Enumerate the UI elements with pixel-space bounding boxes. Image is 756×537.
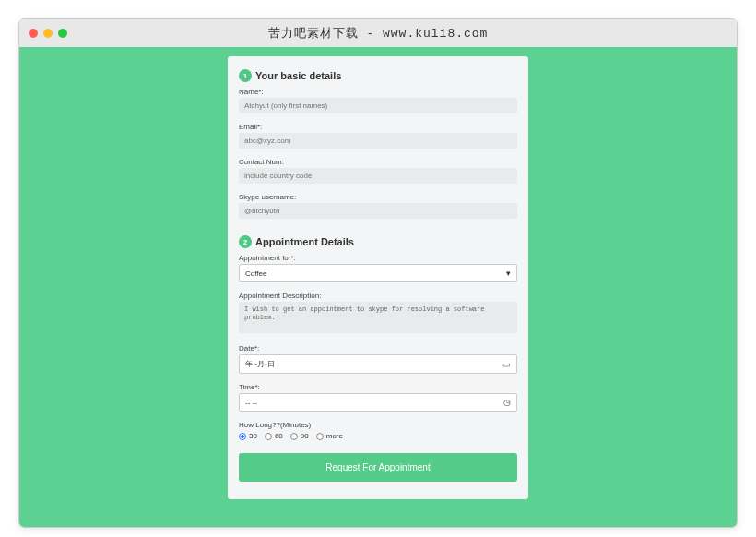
step-1-badge: 1	[239, 69, 252, 82]
radio-60-label: 60	[275, 432, 283, 440]
page-title: 苦力吧素材下载 - www.kuli8.com	[268, 25, 489, 42]
maximize-icon[interactable]	[58, 29, 67, 38]
contact-field: Contact Num:	[239, 158, 517, 184]
skype-field: Skype username:	[239, 193, 517, 219]
skype-input[interactable]	[239, 203, 517, 219]
calendar-icon: ▭	[502, 360, 511, 369]
appointment-form: 1 Your basic details Name*: Email*: Cont…	[228, 56, 528, 499]
section-appointment-details-header: 2 Appointment Details	[239, 235, 517, 248]
date-field: Date*: 年 -月-日 ▭	[239, 344, 517, 374]
date-value: 年 -月-日	[245, 359, 275, 369]
radio-30[interactable]: 30	[239, 432, 257, 440]
time-label: Time*:	[239, 383, 517, 391]
appointment-for-label: Appointment for*:	[239, 254, 517, 262]
time-field: Time*: -- -- ◷	[239, 383, 517, 412]
appointment-for-field: Appointment for*: Coffee ▾	[239, 254, 517, 282]
contact-label: Contact Num:	[239, 158, 517, 166]
name-field: Name*:	[239, 88, 517, 113]
radio-more[interactable]: more	[316, 432, 343, 440]
duration-label: How Long??(Minutes)	[239, 421, 517, 429]
contact-input[interactable]	[239, 168, 517, 184]
time-input[interactable]: -- -- ◷	[239, 393, 517, 412]
description-field: Appointment Description:	[239, 292, 517, 335]
radio-icon	[265, 433, 272, 440]
chevron-down-icon: ▾	[506, 268, 511, 278]
submit-button[interactable]: Request For Appointment	[239, 453, 517, 482]
viewport: 1 Your basic details Name*: Email*: Cont…	[19, 47, 737, 527]
radio-icon	[239, 433, 246, 440]
description-label: Appointment Description:	[239, 292, 517, 300]
date-input[interactable]: 年 -月-日 ▭	[239, 354, 517, 374]
section-1-title: Your basic details	[255, 70, 341, 81]
duration-options: 30 60 90 more	[239, 432, 517, 440]
radio-90[interactable]: 90	[290, 432, 309, 440]
radio-30-label: 30	[249, 432, 257, 440]
radio-more-label: more	[326, 432, 343, 440]
duration-field: How Long??(Minutes) 30 60 90	[239, 421, 517, 440]
name-label: Name*:	[239, 88, 517, 96]
email-input[interactable]	[239, 133, 517, 149]
radio-60[interactable]: 60	[265, 432, 283, 440]
minimize-icon[interactable]	[43, 29, 53, 38]
appointment-for-value: Coffee	[245, 269, 266, 278]
email-field: Email*:	[239, 123, 517, 149]
close-icon[interactable]	[29, 29, 38, 38]
appointment-for-select[interactable]: Coffee ▾	[239, 264, 517, 282]
date-label: Date*:	[239, 344, 517, 352]
time-value: -- --	[245, 399, 257, 407]
section-basic-details-header: 1 Your basic details	[239, 69, 517, 82]
section-2-title: Appointment Details	[255, 236, 354, 247]
window-controls	[29, 29, 67, 38]
name-input[interactable]	[239, 98, 517, 113]
radio-icon	[290, 433, 298, 440]
skype-label: Skype username:	[239, 193, 517, 201]
browser-frame: 苦力吧素材下载 - www.kuli8.com 1 Your basic det…	[18, 18, 738, 528]
clock-icon: ◷	[503, 398, 511, 407]
radio-90-label: 90	[301, 432, 309, 440]
radio-icon	[316, 433, 324, 440]
description-textarea[interactable]	[239, 302, 517, 333]
browser-titlebar: 苦力吧素材下载 - www.kuli8.com	[19, 19, 737, 47]
email-label: Email*:	[239, 123, 517, 131]
step-2-badge: 2	[239, 235, 252, 248]
